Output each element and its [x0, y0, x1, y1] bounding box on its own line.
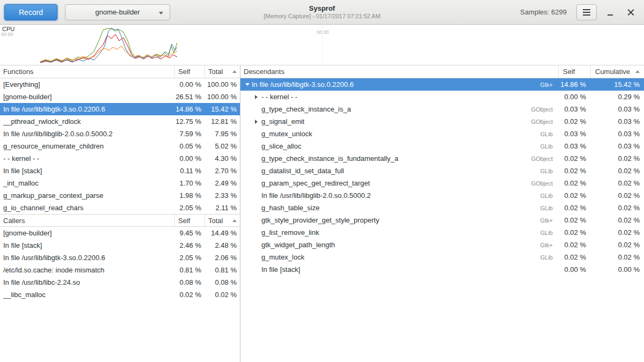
library-badge: GObject [531, 180, 558, 187]
expander-icon[interactable] [253, 253, 261, 262]
descendants-column-header[interactable]: Descendants [240, 65, 558, 78]
expander-icon[interactable] [253, 179, 261, 188]
functions-total-column-header[interactable]: Total [204, 65, 240, 78]
expander-icon[interactable] [253, 130, 261, 138]
caller-name: __libc_malloc [0, 291, 174, 299]
function-self-value: 0.05 % [174, 142, 204, 150]
descendant-row[interactable]: g_type_check_instance_is_a GObject 0.03 … [240, 103, 644, 115]
expander-icon[interactable] [253, 241, 261, 249]
caller-total-value: 2.06 % [204, 254, 240, 262]
caller-row[interactable]: In file /usr/lib/libc-2.24.so 0.08 % 0.0… [0, 276, 240, 289]
descendant-row[interactable]: g_datalist_id_set_data_full GLib 0.02 % … [240, 165, 644, 177]
functions-self-column-header[interactable]: Self [174, 65, 204, 78]
function-row[interactable]: g_io_channel_read_chars 2.05 % 2.11 % [0, 202, 240, 214]
library-badge: GLib [540, 230, 558, 236]
descendant-name-cell: g_datalist_id_set_data_full GLib [240, 167, 558, 175]
descendant-cumulative-value: 0.02 % [590, 253, 644, 261]
process-selector-dropdown[interactable]: gnome-builder [65, 4, 170, 20]
time-tick-mid: 00:30 [317, 29, 329, 35]
function-row[interactable]: g_resource_enumerate_children 0.05 % 5.0… [0, 140, 240, 152]
expander-icon[interactable] [253, 142, 261, 151]
expander-icon[interactable] [253, 191, 261, 200]
function-row[interactable]: In file /usr/lib/libgtk-3.so.0.2200.6 14… [0, 103, 240, 115]
descendant-row[interactable]: g_type_check_instance_is_fundamentally_a… [240, 152, 644, 165]
descendant-row[interactable]: g_mutex_unlock GLib 0.03 % 0.03 % [240, 128, 644, 140]
descendant-name: g_signal_emit [261, 117, 304, 125]
expander-icon[interactable] [253, 154, 261, 163]
function-row[interactable]: - - kernel - - 0.00 % 4.30 % [0, 152, 240, 165]
descendant-row[interactable]: In file [stack] 0.00 % 0.00 % [240, 263, 644, 276]
descendant-self-value: 0.02 % [558, 216, 590, 224]
descendant-cumulative-value: 0.02 % [590, 241, 644, 249]
expander-icon[interactable] [253, 265, 261, 274]
function-row[interactable]: g_markup_parse_context_parse 1.98 % 2.33… [0, 189, 240, 202]
app-title: Sysprof [264, 4, 380, 13]
caller-total-value: 0.81 % [204, 266, 240, 274]
right-pane-filler [240, 276, 644, 362]
descendant-name: g_datalist_id_set_data_full [261, 167, 344, 175]
caller-row[interactable]: [gnome-builder] 9.45 % 14.49 % [0, 227, 240, 239]
descendant-row[interactable]: - - kernel - - 0.00 % 0.29 % [240, 91, 644, 103]
sort-ascending-icon [232, 70, 237, 73]
function-self-value: 0.11 % [174, 167, 204, 175]
menu-button[interactable] [576, 4, 597, 20]
expander-icon[interactable] [253, 167, 261, 175]
function-row[interactable]: [gnome-builder] 26.51 % 100.00 % [0, 91, 240, 103]
function-row[interactable]: In file [stack] 0.11 % 2.70 % [0, 165, 240, 177]
caller-name: In file /usr/lib/libc-2.24.so [0, 278, 174, 286]
minimize-button[interactable] [603, 4, 617, 20]
descendant-row[interactable]: g_signal_emit GObject 0.02 % 0.03 % [240, 115, 644, 128]
library-badge: GObject [531, 106, 558, 113]
caller-total-value: 0.02 % [204, 291, 240, 299]
record-button[interactable]: Record [4, 4, 57, 20]
caller-name: In file /usr/lib/libgtk-3.so.0.2200.6 [0, 254, 174, 262]
expander-icon[interactable] [253, 105, 261, 114]
caller-row[interactable]: In file /usr/lib/libgtk-3.so.0.2200.6 2.… [0, 252, 240, 264]
descendant-row[interactable]: In file /usr/lib/libglib-2.0.so.0.5000.2… [240, 189, 644, 202]
caller-total-value: 0.08 % [204, 278, 240, 286]
function-total-value: 4.30 % [204, 154, 240, 162]
descendant-row[interactable]: In file /usr/lib/libgtk-3.so.0.2200.6 Gt… [240, 78, 644, 91]
callers-self-column-header[interactable]: Self [174, 215, 204, 226]
expander-icon[interactable] [253, 228, 261, 237]
callers-total-column-header[interactable]: Total [204, 215, 240, 226]
descendant-row[interactable]: gtk_style_provider_get_style_property Gt… [240, 214, 644, 226]
function-row[interactable]: _int_malloc 1.70 % 2.49 % [0, 177, 240, 189]
function-name: In file [stack] [0, 167, 174, 175]
expander-icon[interactable] [253, 216, 261, 225]
descendant-row[interactable]: g_mutex_lock GLib 0.02 % 0.02 % [240, 251, 644, 263]
descendant-name-cell: g_list_remove_link GLib [240, 228, 558, 237]
caller-row[interactable]: In file [stack] 2.46 % 2.48 % [0, 239, 240, 252]
descendant-cumulative-value: 0.02 % [590, 191, 644, 200]
expander-icon[interactable] [253, 204, 261, 212]
descendant-cumulative-value: 0.02 % [590, 154, 644, 162]
function-name: g_markup_parse_context_parse [0, 191, 174, 200]
functions-column-header[interactable]: Functions [0, 65, 174, 78]
descendants-self-column-header[interactable]: Self [558, 65, 590, 78]
callers-total-label: Total [208, 217, 223, 225]
descendant-self-value: 0.02 % [558, 204, 590, 212]
expander-icon[interactable] [243, 80, 252, 89]
function-row[interactable]: [Everything] 0.00 % 100.00 % [0, 78, 240, 91]
caller-row[interactable]: __libc_malloc 0.02 % 0.02 % [0, 289, 240, 301]
function-row[interactable]: In file /usr/lib/libglib-2.0.so.0.5000.2… [0, 128, 240, 140]
function-name: In file /usr/lib/libglib-2.0.so.0.5000.2 [0, 130, 174, 138]
library-badge: Gtk+ [540, 217, 558, 224]
descendant-row[interactable]: gtk_widget_path_length Gtk+ 0.02 % 0.02 … [240, 239, 644, 251]
expander-icon[interactable] [253, 93, 261, 101]
cpu-graph[interactable]: CPU 00:00 00:30 [0, 25, 644, 65]
descendant-row[interactable]: g_hash_table_size GLib 0.02 % 0.02 % [240, 202, 644, 214]
descendant-row[interactable]: g_param_spec_get_redirect_target GObject… [240, 177, 644, 189]
descendant-name: gtk_style_provider_get_style_property [261, 216, 379, 224]
caller-row[interactable]: /etc/ld.so.cache: inode mismatch 0.81 % … [0, 264, 240, 276]
left-pane-filler [0, 301, 240, 362]
descendant-row[interactable]: g_list_remove_link GLib 0.02 % 0.02 % [240, 226, 644, 239]
function-row[interactable]: __pthread_rwlock_rdlock 12.75 % 12.81 % [0, 115, 240, 128]
close-button[interactable] [624, 4, 638, 20]
caller-self-value: 2.05 % [174, 254, 204, 262]
callers-column-header[interactable]: Callers [0, 215, 174, 226]
descendant-row[interactable]: g_slice_alloc GLib 0.03 % 0.03 % [240, 140, 644, 152]
descendants-cumulative-column-header[interactable]: Cumulative [590, 65, 644, 78]
expander-icon[interactable] [253, 117, 261, 126]
caller-name: [gnome-builder] [0, 229, 174, 237]
